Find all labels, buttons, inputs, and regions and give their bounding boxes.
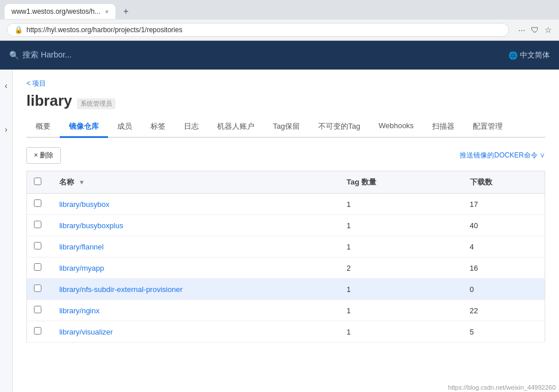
address-bar: 🔒 https://hyl.westos.org/harbor/projects… [0,20,559,40]
tab-Tag保留[interactable]: Tag保留 [264,117,309,138]
page-layout: ‹ › < 项目 library 系统管理员 概要镜像仓库成员标签日志机器人账户… [0,70,559,392]
repo-name-link[interactable]: library/myapp [59,264,104,272]
tab-title: www1.westos.org/westos/h... [11,7,101,16]
row-checkbox[interactable] [34,242,41,249]
download-column-header: 下载数 [463,171,545,194]
row-checkbox[interactable] [34,327,41,335]
tab-Webhooks[interactable]: Webhooks [369,117,423,138]
download-count-cell: 5 [463,321,545,343]
tab-标签[interactable]: 标签 [141,117,175,138]
tab-扫描器[interactable]: 扫描器 [423,117,464,138]
row-checkbox-cell [27,215,53,236]
tab-概要[interactable]: 概要 [26,117,60,138]
repo-name-link[interactable]: library/nfs-subdir-external-provisioner [59,285,183,294]
row-checkbox-cell [27,236,53,258]
tab-close-button[interactable]: × [105,8,109,15]
name-column-header: 名称 ▼ [52,171,340,194]
repo-name-link[interactable]: library/busybox [59,200,109,209]
download-count-cell: 17 [463,194,545,215]
language-label: 中文简体 [520,50,550,60]
row-checkbox[interactable] [34,221,41,228]
table-row: library/busybox117 [27,194,545,215]
chevron-left-icon: ‹ [5,81,7,90]
search-bar[interactable]: 🔍 搜索 Harbor... [9,50,72,60]
url-text: https://hyl.westos.org/harbor/projects/1… [26,26,182,34]
globe-icon: 🌐 [508,51,518,60]
name-column-label: 名称 [59,178,74,186]
row-checkbox[interactable] [34,306,41,313]
language-selector[interactable]: 🌐 中文简体 [508,50,550,60]
browser-icons: ··· 🛡 ☆ [518,25,552,34]
row-checkbox[interactable] [34,263,41,271]
new-tab-button[interactable]: + [118,3,134,20]
repo-name-cell: library/flannel [52,236,340,258]
main-content: < 项目 library 系统管理员 概要镜像仓库成员标签日志机器人账户Tag保… [13,70,559,392]
breadcrumb[interactable]: < 项目 [26,79,545,89]
search-placeholder: 搜索 Harbor... [22,50,72,60]
repo-name-link[interactable]: library/flannel [59,243,103,251]
tab-bar: www1.westos.org/westos/h... × + [0,0,559,20]
download-count-cell: 4 [463,236,545,258]
row-checkbox[interactable] [34,199,41,207]
download-column-label: 下载数 [470,178,492,186]
row-checkbox-cell [27,194,53,215]
menu-dots[interactable]: ··· [518,25,525,34]
row-checkbox-cell [27,321,53,343]
name-filter-icon[interactable]: ▼ [79,179,85,186]
tab-不可变的Tag[interactable]: 不可变的Tag [309,117,369,138]
repo-name-cell: library/nginx [52,300,340,321]
repo-name-cell: library/busyboxplus [52,215,340,236]
tag-count-cell: 2 [340,258,462,279]
shield-icon[interactable]: 🛡 [531,25,539,34]
tag-count-cell: 1 [340,194,462,215]
download-count-cell: 22 [463,300,545,321]
browser-chrome: www1.westos.org/westos/h... × + 🔒 https:… [0,0,559,41]
row-checkbox-cell [27,279,53,300]
tag-column-header: Tag 数量 [340,171,462,194]
action-bar: × 删除 推送镜像的DOCKER命令 ∨ [26,147,545,164]
repo-name-cell: library/myapp [52,258,340,279]
project-name: library [26,92,72,110]
table-row: library/myapp216 [27,258,545,279]
tab-配置管理[interactable]: 配置管理 [464,117,512,138]
tag-count-cell: 1 [340,215,462,236]
lock-icon: 🔒 [14,26,23,34]
table-row: library/nginx122 [27,300,545,321]
table-row: library/visualizer15 [27,321,545,343]
chevron-right-icon: › [5,125,7,134]
table-body: library/busybox117library/busyboxplus140… [27,194,545,343]
row-checkbox-cell [27,300,53,321]
delete-button[interactable]: × 删除 [26,147,61,164]
tab-navigation: 概要镜像仓库成员标签日志机器人账户Tag保留不可变的TagWebhooks扫描器… [26,117,545,138]
tab-成员[interactable]: 成员 [108,117,141,138]
project-title-row: library 系统管理员 [26,92,545,110]
table-row: library/busyboxplus140 [27,215,545,236]
download-count-cell: 0 [463,279,545,300]
active-tab[interactable]: www1.westos.org/westos/h... × [5,4,115,19]
row-checkbox[interactable] [34,285,41,292]
download-count-cell: 16 [463,258,545,279]
push-docker-link[interactable]: 推送镜像的DOCKER命令 ∨ [460,151,545,160]
repo-name-cell: library/visualizer [52,321,340,343]
sidebar-toggle[interactable]: ‹ › [0,70,13,392]
url-input[interactable]: 🔒 https://hyl.westos.org/harbor/projects… [7,23,509,37]
row-checkbox-cell [27,258,53,279]
repo-name-cell: library/busybox [52,194,340,215]
select-all-header [27,171,53,194]
table-row: library/nfs-subdir-external-provisioner1… [27,279,545,300]
repo-name-link[interactable]: library/visualizer [59,328,113,336]
watermark: https://blog.csdn.net/weixin_44992260 [445,383,559,392]
repo-name-link[interactable]: library/nginx [59,306,99,315]
tag-count-cell: 1 [340,321,462,343]
star-icon[interactable]: ☆ [545,25,552,34]
table-header: 名称 ▼ Tag 数量 下载数 [27,171,545,194]
repo-name-cell: library/nfs-subdir-external-provisioner [52,279,340,300]
tab-镜像仓库[interactable]: 镜像仓库 [60,117,108,138]
tag-count-cell: 1 [340,279,462,300]
tab-日志[interactable]: 日志 [175,117,208,138]
repo-name-link[interactable]: library/busyboxplus [59,221,123,230]
select-all-checkbox[interactable] [34,178,41,185]
tag-count-cell: 1 [340,300,462,321]
tab-机器人账户[interactable]: 机器人账户 [208,117,264,138]
harbor-header: 🔍 搜索 Harbor... 🌐 中文简体 [0,41,559,70]
